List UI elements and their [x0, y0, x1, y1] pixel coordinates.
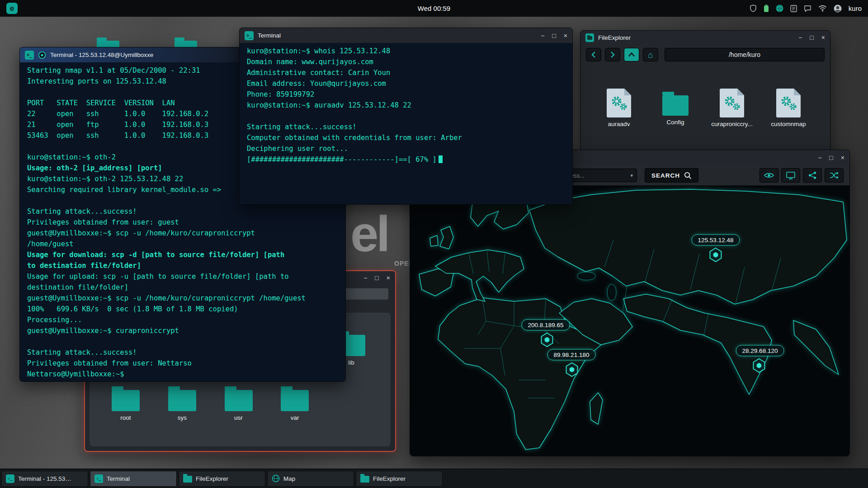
map-node-icon[interactable]	[709, 247, 722, 263]
taskbar-item-fileexplorer[interactable]: FileExplorer	[179, 471, 265, 487]
home-button[interactable]: ⌂	[643, 48, 658, 61]
os-logo-icon[interactable]: e	[6, 3, 18, 14]
folder-item[interactable]: sys	[160, 383, 205, 421]
terminal-line: Starting attack...success!	[27, 206, 338, 217]
chevron-right-icon	[610, 52, 615, 58]
item-label: Config	[666, 119, 684, 126]
wifi-icon[interactable]	[818, 5, 827, 12]
file-icon	[607, 89, 631, 117]
shuffle-button[interactable]	[825, 168, 844, 183]
terminal-line: Privileges obtained from user: guest	[27, 217, 338, 228]
minimize-button[interactable]: −	[798, 34, 802, 41]
terminal-line: Phone: 859199792	[247, 89, 565, 100]
chevron-up-icon	[628, 52, 635, 57]
taskbar-item-fileexplorer[interactable]: FileExplorer	[356, 471, 443, 487]
terminal-line: Processing...	[27, 314, 338, 325]
username: kuro	[849, 5, 862, 12]
world-map[interactable]: 125.53.12.48200.8.189.6589.98.21.18028.2…	[410, 186, 849, 456]
eye-button[interactable]	[760, 168, 778, 183]
top-menu-bar: e Wed 00:59 kuro	[0, 0, 868, 17]
path-input[interactable]	[665, 48, 825, 61]
remote-screen-button[interactable]	[781, 168, 800, 183]
search-button[interactable]: SEARCH	[645, 168, 698, 183]
terminal-line: Computer obtained with credentials from …	[247, 132, 565, 143]
shield-icon[interactable]	[750, 5, 757, 12]
forward-button[interactable]	[605, 48, 620, 61]
user-avatar-icon[interactable]	[834, 5, 842, 13]
map-node-icon[interactable]	[540, 332, 554, 347]
back-button[interactable]	[586, 48, 601, 61]
terminal-line: Deciphering user root...	[247, 143, 565, 154]
maximize-button[interactable]: □	[552, 33, 556, 39]
folder-item[interactable]: usr	[216, 383, 261, 421]
window-titlebar[interactable]: FileExplorer − □ ×	[580, 31, 830, 44]
folder-icon	[183, 474, 192, 483]
map-ip-label[interactable]: 89.98.21.180	[547, 349, 596, 361]
terminal-line: kuro@station:~$ whois 125.53.12.48	[247, 46, 565, 56]
terminal-line: Privileges obtained from user: Nettarso	[27, 358, 338, 369]
battery-icon[interactable]	[764, 5, 769, 12]
file-item[interactable]: customnmap	[764, 89, 813, 127]
share-button[interactable]	[803, 168, 822, 183]
item-label: customnmap	[771, 121, 806, 127]
file-explorer-window: FileExplorer − □ × ⌂ auraadvConfigcurapr…	[580, 30, 830, 157]
map-node-icon[interactable]	[752, 358, 766, 373]
folder-icon	[360, 474, 369, 483]
wallpaper-logo-text: el	[350, 209, 388, 259]
file-list: auraadvConfigcuraproniccry...customnmap	[594, 89, 813, 127]
window-titlebar[interactable]: >_ Terminal − □ ×	[240, 28, 572, 43]
taskbar-item-label: FileExplorer	[373, 475, 406, 482]
network-globe-icon[interactable]	[776, 5, 783, 12]
folder-item[interactable]: var	[272, 383, 317, 421]
taskbar-item-terminal[interactable]: ›_Terminal	[90, 471, 177, 487]
clock: Wed 00:59	[418, 5, 450, 12]
terminal-line: to destination file/folder]	[27, 260, 338, 271]
close-button[interactable]: ×	[387, 275, 390, 281]
file-explorer-icon	[585, 33, 594, 42]
terminal-line: Domain name: www.qurijayos.com	[247, 56, 565, 67]
file-item[interactable]: auraadv	[594, 89, 644, 127]
maximize-button[interactable]: □	[829, 155, 833, 161]
close-button[interactable]: ×	[564, 33, 567, 39]
folder-item[interactable]: Config	[651, 89, 700, 127]
minimize-button[interactable]: −	[818, 155, 821, 161]
chevron-down-icon: ▾	[630, 173, 633, 178]
terminal-line: Usage for upload: scp -u [path to source…	[27, 271, 338, 282]
close-button[interactable]: ×	[841, 155, 844, 161]
taskbar: ›_Terminal - 125.53…›_TerminalFileExplor…	[0, 469, 868, 488]
map-node-icon[interactable]	[565, 362, 579, 377]
terminal-line: Starting attack...success!	[247, 122, 565, 132]
terminal-line: kuro@station:~$ auraadv 125.53.12.48 22	[247, 100, 565, 111]
terminal-line: destination file/folder]	[27, 282, 338, 293]
map-ip-label[interactable]: 200.8.189.65	[522, 319, 570, 331]
terminal-line: Administrative contact: Carin Youn	[247, 67, 565, 78]
terminal-line: /home/guest	[27, 239, 338, 249]
chevron-left-icon	[591, 52, 596, 58]
taskbar-item-terminal-125-53-[interactable]: ›_Terminal - 125.53…	[1, 471, 88, 487]
remote-screen-icon	[786, 172, 795, 179]
chat-icon[interactable]	[804, 5, 811, 12]
up-button[interactable]	[624, 48, 639, 61]
wallpaper-logo: el OPER	[350, 209, 388, 259]
terminal-icon: ›_	[94, 474, 103, 483]
map-ip-label[interactable]: 28.29.68.120	[736, 345, 784, 357]
taskbar-item-map[interactable]: Map	[267, 471, 354, 487]
item-label: sys	[178, 414, 187, 421]
minimize-button[interactable]: −	[541, 33, 544, 39]
maximize-button[interactable]: □	[810, 34, 813, 41]
maximize-button[interactable]: □	[375, 275, 378, 281]
map-markers-layer: 125.53.12.48200.8.189.6589.98.21.18028.2…	[410, 186, 849, 456]
folder-item[interactable]: root	[103, 383, 148, 421]
tasks-icon[interactable]	[790, 5, 797, 12]
connection-target-icon	[38, 51, 46, 59]
map-ip-label[interactable]: 125.53.12.48	[692, 235, 740, 246]
terminal-icon: >_	[245, 31, 254, 40]
window-title: Terminal	[258, 32, 281, 39]
item-label: var	[291, 414, 299, 421]
eye-icon	[764, 172, 774, 179]
terminal-line: Email address: Youn@qurijayos.com	[247, 78, 565, 89]
close-button[interactable]: ×	[821, 34, 825, 41]
terminal-output[interactable]: kuro@station:~$ whois 125.53.12.48Domain…	[240, 43, 572, 204]
minimize-button[interactable]: −	[363, 275, 367, 281]
file-item[interactable]: curaproniccry...	[707, 89, 757, 127]
